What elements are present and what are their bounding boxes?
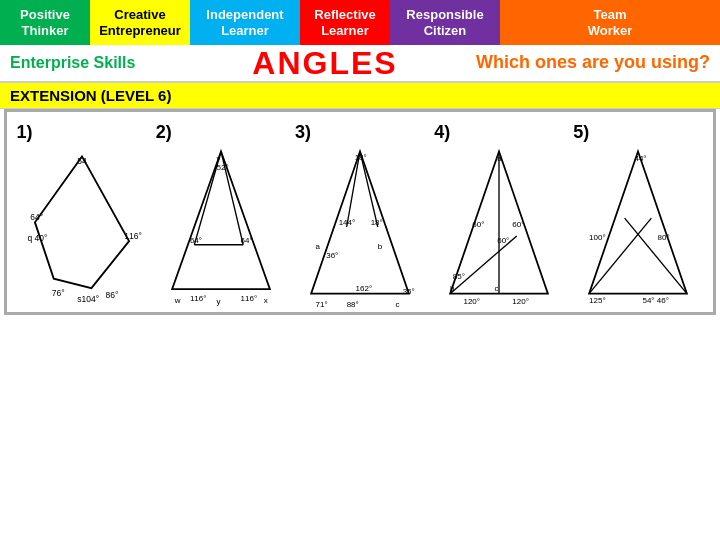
svg-text:c: c <box>495 284 499 293</box>
svg-text:18°: 18° <box>355 153 367 162</box>
svg-text:120°: 120° <box>512 297 529 306</box>
svg-text:88°: 88° <box>347 300 359 307</box>
svg-text:76°: 76° <box>51 288 64 298</box>
svg-marker-21 <box>311 151 409 293</box>
tab-creative-entrepreneur[interactable]: CreativeEntrepreneur <box>90 0 190 45</box>
extension-bar: EXTENSION (LEVEL 6) <box>0 83 720 109</box>
svg-text:125°: 125° <box>589 296 606 305</box>
svg-text:v: v <box>216 154 220 163</box>
figure-5-label: 5) <box>573 122 589 143</box>
figure-4-svg: a 60° 60° 60° b c 120° 120° 85° <box>439 147 559 307</box>
tab-positive-thinker[interactable]: PositiveThinker <box>0 0 90 45</box>
sub-header: Enterprise Skills ANGLES Which ones are … <box>0 45 720 83</box>
figure-1-label: 1) <box>17 122 33 143</box>
svg-text:100°: 100° <box>589 233 606 242</box>
svg-text:a: a <box>497 154 502 163</box>
svg-text:120°: 120° <box>464 297 481 306</box>
figure-2-label: 2) <box>156 122 172 143</box>
svg-text:64°: 64° <box>30 212 43 222</box>
angles-title: ANGLES <box>190 45 460 82</box>
figure-5-svg: 44° 100° 80° 125° 54° 46° <box>578 147 698 307</box>
figure-4: 4) a 60° 60° 60° b c 120° 120° 85° <box>434 122 564 307</box>
tab-team-label: TeamWorker <box>588 7 633 38</box>
enterprise-skills-label: Enterprise Skills <box>0 54 190 72</box>
svg-text:35°: 35° <box>403 287 415 296</box>
tab-responsible-citizen[interactable]: ResponsibleCitizen <box>390 0 500 45</box>
figure-2: 2) v 52° 64° 64° w 116° 116° x y <box>156 122 286 307</box>
svg-text:b: b <box>378 242 383 251</box>
svg-text:80°: 80° <box>658 233 670 242</box>
which-ones-text: Which ones are you using? <box>460 52 720 74</box>
svg-text:71°: 71° <box>316 300 328 307</box>
svg-text:60°: 60° <box>472 220 484 229</box>
svg-marker-8 <box>172 151 270 289</box>
tab-creative-label: CreativeEntrepreneur <box>99 7 181 38</box>
svg-text:60°: 60° <box>512 220 524 229</box>
tab-reflective-label: ReflectiveLearner <box>314 7 375 38</box>
figure-4-label: 4) <box>434 122 450 143</box>
svg-text:y: y <box>216 297 220 306</box>
svg-text:86°: 86° <box>105 290 118 300</box>
svg-text:b: b <box>450 284 455 293</box>
figures-row: 1) 54 64° 116° q 40° 76° s104° 86° 2) <box>12 122 708 307</box>
svg-text:116°: 116° <box>240 294 257 303</box>
svg-text:a: a <box>316 242 321 251</box>
tab-responsible-label: ResponsibleCitizen <box>406 7 483 38</box>
svg-marker-0 <box>35 156 129 288</box>
svg-text:x: x <box>263 296 267 305</box>
svg-text:54° 46°: 54° 46° <box>643 296 669 305</box>
svg-text:c: c <box>396 300 400 307</box>
svg-text:18°: 18° <box>371 218 383 227</box>
svg-text:144°: 144° <box>339 218 356 227</box>
main-content: 1) 54 64° 116° q 40° 76° s104° 86° 2) <box>4 109 716 315</box>
svg-text:s104°: s104° <box>77 294 99 304</box>
figure-5: 5) 44° 100° 80° 125° 54° 46° <box>573 122 703 307</box>
svg-text:64°: 64° <box>240 236 252 245</box>
tab-reflective-learner[interactable]: ReflectiveLearner <box>300 0 390 45</box>
svg-text:116°: 116° <box>190 294 207 303</box>
svg-text:q 40°: q 40° <box>27 233 47 243</box>
extension-label: EXTENSION (LEVEL 6) <box>10 87 171 104</box>
figure-1-svg: 54 64° 116° q 40° 76° s104° 86° <box>22 147 142 307</box>
svg-text:54: 54 <box>77 156 87 166</box>
svg-text:116°: 116° <box>124 231 142 241</box>
svg-text:44°: 44° <box>635 154 647 163</box>
figure-3: 3) 18° 144° 18° a 36° b 162° 71° 88° c 3… <box>295 122 425 307</box>
svg-text:52°: 52° <box>216 163 228 172</box>
tab-positive-label: PositiveThinker <box>20 7 70 38</box>
header-tabs: PositiveThinker CreativeEntrepreneur Ind… <box>0 0 720 45</box>
figure-2-svg: v 52° 64° 64° w 116° 116° x y <box>161 147 281 307</box>
svg-text:36°: 36° <box>326 251 338 260</box>
svg-text:162°: 162° <box>356 284 373 293</box>
tab-independent-label: IndependentLearner <box>206 7 283 38</box>
figure-3-svg: 18° 144° 18° a 36° b 162° 71° 88° c 35° <box>300 147 420 307</box>
svg-marker-47 <box>589 151 687 293</box>
svg-text:85°: 85° <box>453 272 465 281</box>
figure-1: 1) 54 64° 116° q 40° 76° s104° 86° <box>17 122 147 307</box>
svg-text:w: w <box>174 296 181 305</box>
tab-independent-learner[interactable]: IndependentLearner <box>190 0 300 45</box>
svg-text:64°: 64° <box>190 236 202 245</box>
figure-3-label: 3) <box>295 122 311 143</box>
tab-team-worker[interactable]: TeamWorker <box>500 0 720 45</box>
svg-text:60°: 60° <box>497 236 509 245</box>
